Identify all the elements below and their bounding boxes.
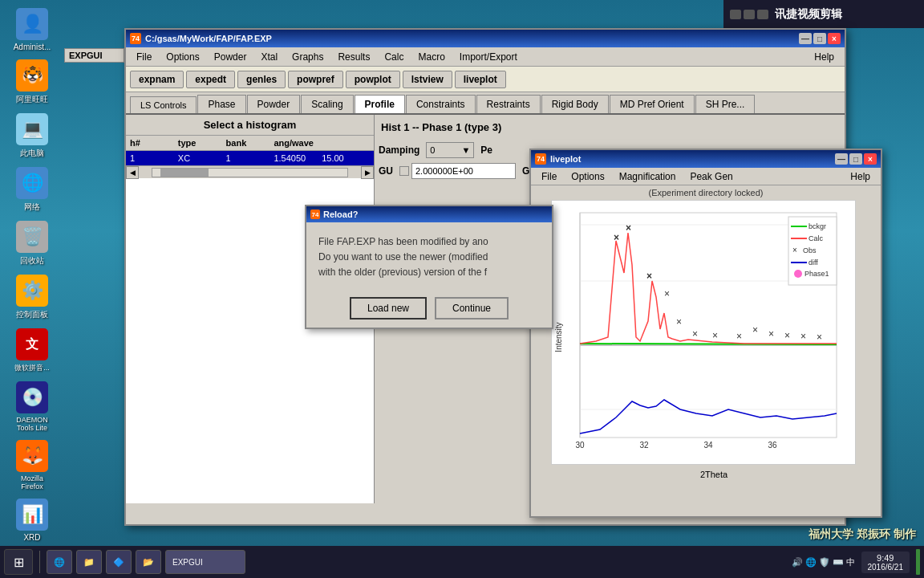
reload-dialog-title: Reload? (323, 210, 358, 219)
damping-arrow: ▼ (461, 145, 470, 155)
toolbar-lstview[interactable]: lstview (403, 71, 452, 88)
desktop-icon-xrd[interactable]: 📊 XRD (4, 499, 60, 542)
svg-text:×: × (817, 332, 822, 343)
tab-ls-controls[interactable]: LS Controls (130, 96, 197, 113)
toolbar-genles[interactable]: genles (237, 71, 286, 88)
tab-md-pref-orient[interactable]: MD Pref Orient (610, 95, 695, 113)
liveplot-close[interactable]: × (864, 153, 877, 165)
svg-text:30: 30 (575, 441, 585, 450)
gsas-toolbar: expnam expedt genles powpref powplot lst… (126, 67, 845, 92)
desktop-icon-recycle[interactable]: 🗑️ 回收站 (4, 221, 60, 267)
desktop-icon-computer[interactable]: 💻 此电脑 (4, 113, 60, 159)
controlpanel-icon: ⚙️ (16, 275, 48, 307)
svg-text:×: × (626, 222, 631, 234)
taskbar-clock[interactable]: 9:49 2016/6/21 (861, 552, 910, 573)
menu-macro[interactable]: Macro (411, 50, 451, 64)
liveplot-minimize[interactable]: — (835, 153, 848, 165)
watermark-text: 福州大学 郑振环 制作 (808, 527, 916, 540)
video-app-controls[interactable] (730, 10, 768, 19)
hist-scrollbar[interactable]: ◀ ▶ (126, 165, 374, 178)
svg-text:×: × (792, 246, 797, 254)
tab-rigid-body[interactable]: Rigid Body (541, 95, 609, 113)
tab-constraints[interactable]: Constraints (406, 95, 476, 113)
taskbar-app-edge[interactable]: 🔷 (106, 550, 132, 574)
toolbar-powplot[interactable]: powplot (346, 71, 400, 88)
liveplot-menu-magnification[interactable]: Magnification (613, 169, 683, 184)
liveplot-maximize[interactable]: □ (849, 153, 862, 165)
load-new-button[interactable]: Load new (350, 297, 427, 320)
gu-checkbox[interactable] (399, 166, 409, 176)
aliwangwang-label: 阿里旺旺 (16, 94, 48, 105)
menu-calc[interactable]: Calc (378, 50, 410, 64)
svg-text:×: × (736, 331, 742, 342)
gsas-close-btn[interactable]: × (828, 33, 841, 44)
desktop-icon-daemon[interactable]: 💿 DAEMONTools Lite (4, 381, 60, 432)
tray-icon-2: 🌐 (805, 557, 817, 568)
menu-options[interactable]: Options (160, 50, 205, 64)
liveplot-menu-file[interactable]: File (535, 169, 563, 184)
menu-file[interactable]: File (130, 50, 158, 64)
gsas-maximize-btn[interactable]: □ (813, 33, 826, 44)
menu-graphs[interactable]: Graphs (286, 50, 330, 64)
continue-button[interactable]: Continue (435, 297, 509, 320)
gsas-window-controls[interactable]: — □ × (799, 33, 841, 44)
gu-value-input[interactable] (411, 163, 516, 179)
video-btn-3[interactable] (757, 10, 768, 19)
network-label: 网络 (24, 201, 40, 213)
reload-dialog-icon: 74 (310, 210, 320, 219)
svg-text:×: × (752, 324, 758, 336)
taskbar-app-gsas[interactable]: EXPGUI (165, 550, 245, 574)
gsas-title: C:/gsas/MyWork/FAP/FAP.EXP (145, 34, 799, 43)
histogram-panel-title: Select a histogram (126, 115, 374, 136)
liveplot-menu-options[interactable]: Options (565, 169, 610, 184)
scroll-track[interactable] (152, 168, 348, 177)
toolbar-expedt[interactable]: expedt (186, 71, 235, 88)
toolbar-expnam[interactable]: expnam (130, 71, 184, 88)
clock-time: 9:49 (868, 553, 904, 563)
tab-phase[interactable]: Phase (197, 95, 245, 113)
video-btn-2[interactable] (744, 10, 755, 19)
menu-importexport[interactable]: Import/Export (453, 50, 524, 64)
menu-results[interactable]: Results (331, 50, 376, 64)
scroll-thumb[interactable] (160, 169, 209, 177)
liveplot-title: liveplot (550, 154, 835, 164)
tab-powder[interactable]: Powder (247, 95, 301, 113)
desktop-icon-controlpanel[interactable]: ⚙️ 控制面板 (4, 275, 60, 320)
liveplot-menu-help[interactable]: Help (844, 169, 877, 184)
desktop-icon-firefox[interactable]: 🦊 MozillaFirefox (4, 440, 60, 490)
scroll-right[interactable]: ▶ (361, 166, 374, 179)
gsas-tab-bar: LS Controls Phase Powder Scaling Profile… (126, 92, 845, 115)
scroll-left[interactable]: ◀ (126, 166, 139, 179)
row-type: XC (178, 153, 226, 163)
tab-scaling[interactable]: Scaling (301, 95, 353, 113)
liveplot-menu-peakgen[interactable]: Peak Gen (683, 169, 739, 184)
svg-text:Calc: Calc (808, 234, 824, 242)
menu-powder[interactable]: Powder (208, 50, 253, 64)
reload-msg-1: File FAP.EXP has been modified by ano (318, 234, 540, 250)
liveplot-controls[interactable]: — □ × (835, 153, 877, 165)
taskbar-app-explorer[interactable]: 📁 (76, 550, 102, 574)
show-desktop-btn[interactable] (916, 549, 920, 575)
desktop-icon-admin[interactable]: 👤 Administ... (4, 8, 60, 51)
taskbar-app-folder[interactable]: 📂 (136, 550, 161, 574)
taskbar-app-ie[interactable]: 🌐 (47, 550, 72, 574)
toolbar-liveplot[interactable]: liveplot (455, 71, 506, 88)
desktop-icon-aliwangwang[interactable]: 🐯 阿里旺旺 (4, 59, 60, 105)
tab-profile[interactable]: Profile (355, 95, 405, 113)
gsas-minimize-btn[interactable]: — (799, 33, 812, 44)
desktop-icon-network[interactable]: 🌐 网络 (4, 167, 60, 213)
svg-text:×: × (664, 288, 670, 299)
liveplot-menu: File Options Magnification Peak Gen Help (531, 168, 881, 185)
reload-msg-2: Do you want to use the newer (modified (318, 250, 540, 265)
menu-xtal[interactable]: Xtal (254, 50, 284, 64)
tab-restraints[interactable]: Restraints (476, 95, 541, 113)
desktop-icon-pinyin[interactable]: 文 微软拼音... (4, 328, 60, 373)
taskbar-start[interactable]: ⊞ (4, 549, 33, 575)
menu-help[interactable]: Help (808, 50, 841, 64)
video-btn-1[interactable] (730, 10, 741, 19)
histogram-row-1[interactable]: 1 XC 1 1.54050 15.00 (126, 151, 374, 165)
toolbar-powpref[interactable]: powpref (288, 71, 343, 88)
damping-dropdown[interactable]: 0 ▼ (426, 142, 474, 158)
tab-sh-pre[interactable]: SH Pre... (695, 95, 756, 113)
tray-icon-1: 🔊 (792, 557, 803, 568)
